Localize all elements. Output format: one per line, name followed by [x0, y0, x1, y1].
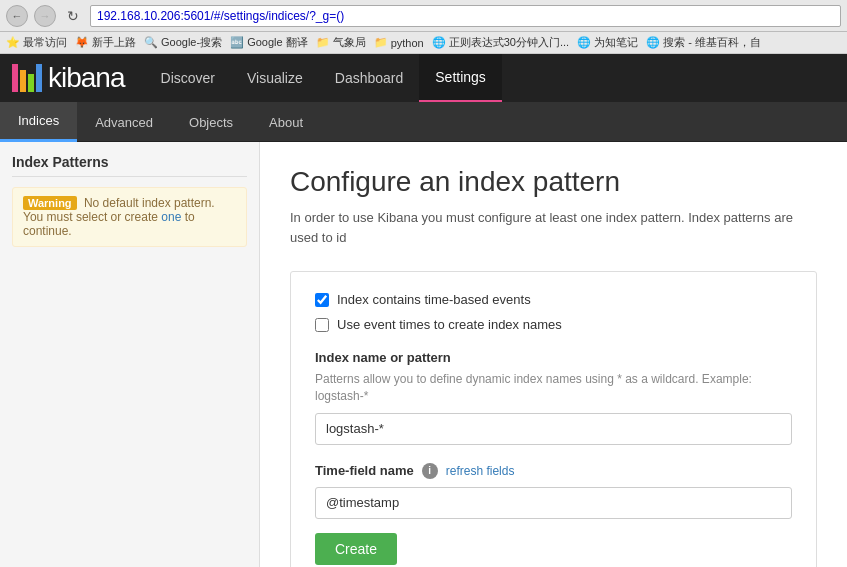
logo-bar-orange — [20, 70, 26, 92]
event-times-row: Use event times to create index names — [315, 317, 792, 332]
time-field-group: Time-field name i refresh fields — [315, 463, 792, 519]
kibana-app: kibana Discover Visualize Dashboard Sett… — [0, 54, 847, 567]
index-name-group: Index name or pattern Patterns allow you… — [315, 350, 792, 445]
kibana-logo-text: kibana — [48, 62, 125, 94]
subnav-indices[interactable]: Indices — [0, 102, 77, 142]
nav-discover[interactable]: Discover — [145, 54, 231, 102]
bookmarks-bar: ⭐ 最常访问 🦊 新手上路 🔍 Google-搜索 🔤 Google 翻译 📁 … — [0, 32, 847, 54]
kibana-logo: kibana — [12, 62, 125, 94]
event-times-checkbox[interactable] — [315, 318, 329, 332]
index-name-label: Index name or pattern — [315, 350, 792, 365]
time-field-label: Time-field name — [315, 463, 414, 478]
bookmark-item[interactable]: 📁 python — [374, 35, 424, 50]
back-button[interactable]: ← — [6, 5, 28, 27]
nav-dashboard[interactable]: Dashboard — [319, 54, 420, 102]
warning-badge: Warning — [23, 196, 77, 210]
settings-subnav: Indices Advanced Objects About — [0, 102, 847, 142]
main-content: Configure an index pattern In order to u… — [260, 142, 847, 567]
kibana-nav: Discover Visualize Dashboard Settings — [145, 54, 502, 102]
time-events-row: Index contains time-based events — [315, 292, 792, 307]
logo-bar-blue — [36, 64, 42, 92]
bookmark-item[interactable]: 🌐 正则表达式30分钟入门... — [432, 35, 569, 50]
warning-link[interactable]: one — [161, 210, 181, 224]
info-icon[interactable]: i — [422, 463, 438, 479]
sidebar: Index Patterns Warning No default index … — [0, 142, 260, 567]
sidebar-title: Index Patterns — [12, 154, 247, 177]
subnav-objects[interactable]: Objects — [171, 102, 251, 142]
address-bar[interactable]: 192.168.10.206:5601/#/settings/indices/?… — [90, 5, 841, 27]
subnav-about[interactable]: About — [251, 102, 321, 142]
page-title: Configure an index pattern — [290, 166, 817, 198]
bookmark-item[interactable]: 🌐 为知笔记 — [577, 35, 638, 50]
forward-button[interactable]: → — [34, 5, 56, 27]
logo-bars — [12, 64, 42, 92]
kibana-header: kibana Discover Visualize Dashboard Sett… — [0, 54, 847, 102]
index-name-hint: Patterns allow you to define dynamic ind… — [315, 371, 792, 405]
time-events-checkbox[interactable] — [315, 293, 329, 307]
nav-visualize[interactable]: Visualize — [231, 54, 319, 102]
refresh-button[interactable]: ↻ — [62, 5, 84, 27]
warning-box: Warning No default index pattern. You mu… — [12, 187, 247, 247]
bookmark-item[interactable]: 🌐 搜索 - 维基百科，自 — [646, 35, 761, 50]
bookmark-item[interactable]: 📁 气象局 — [316, 35, 366, 50]
content-layout: Index Patterns Warning No default index … — [0, 142, 847, 567]
create-button[interactable]: Create — [315, 533, 397, 565]
logo-bar-green — [28, 74, 34, 92]
form-section: Index contains time-based events Use eve… — [290, 271, 817, 567]
index-name-input[interactable] — [315, 413, 792, 445]
bookmark-item[interactable]: 🦊 新手上路 — [75, 35, 136, 50]
page-description: In order to use Kibana you must configur… — [290, 208, 817, 247]
browser-chrome: ← → ↻ 192.168.10.206:5601/#/settings/ind… — [0, 0, 847, 54]
bookmark-item[interactable]: 🔤 Google 翻译 — [230, 35, 308, 50]
subnav-advanced[interactable]: Advanced — [77, 102, 171, 142]
time-field-input[interactable] — [315, 487, 792, 519]
event-times-label[interactable]: Use event times to create index names — [337, 317, 562, 332]
nav-settings[interactable]: Settings — [419, 54, 502, 102]
time-field-label-row: Time-field name i refresh fields — [315, 463, 792, 479]
time-events-label[interactable]: Index contains time-based events — [337, 292, 531, 307]
browser-toolbar: ← → ↻ 192.168.10.206:5601/#/settings/ind… — [0, 0, 847, 32]
logo-bar-pink — [12, 64, 18, 92]
refresh-fields-link[interactable]: refresh fields — [446, 464, 515, 478]
bookmark-item[interactable]: 🔍 Google-搜索 — [144, 35, 222, 50]
bookmark-item[interactable]: ⭐ 最常访问 — [6, 35, 67, 50]
